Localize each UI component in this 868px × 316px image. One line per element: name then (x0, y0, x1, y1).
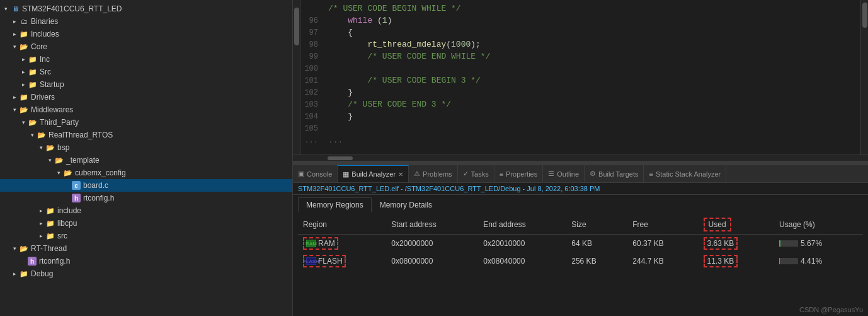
memory-tab-details[interactable]: Memory Details (372, 197, 440, 213)
flash-used: 11.3 KB (699, 252, 774, 270)
tree-item-startup[interactable]: 📁 Startup (0, 78, 292, 91)
cubemx-label: cubemx_config (75, 168, 126, 177)
code-line-100: 100 (300, 62, 860, 74)
tree-item-libcpu[interactable]: 📁 libcpu (0, 217, 292, 230)
debug-folder-icon: 📁 (19, 269, 29, 279)
memory-table: Region Start address End address Size Fr… (298, 215, 863, 270)
tree-item-rtconfig-h2[interactable]: h rtconfig.h (0, 255, 292, 267)
core-folder-icon: 📂 (19, 42, 29, 52)
ram-size: 64 KB (566, 235, 627, 253)
tree-item-src2[interactable]: 📁 src (0, 230, 292, 242)
flash-usage-bar (779, 258, 798, 264)
tree-item-rtconfig-h1[interactable]: h rtconfig.h (0, 192, 292, 204)
tree-item-src[interactable]: 📁 Src (0, 66, 292, 78)
tab-static-stack[interactable]: ≡ Static Stack Analyzer (644, 165, 726, 183)
chevron-template (45, 156, 54, 165)
src-folder-icon: 📁 (28, 67, 38, 77)
ram-icon: RAM (306, 240, 316, 247)
flash-region-box: FLASH FLASH (303, 255, 346, 267)
tree-item-core[interactable]: 📂 Core (0, 40, 292, 53)
memory-tab-regions[interactable]: Memory Regions (298, 197, 372, 213)
realthread-label: RealThread_RTOS (49, 131, 113, 139)
file-tree: 🖥 STM32F401CCU6_RTT_LED 🗂 Binaries 📁 Inc… (0, 0, 293, 316)
ram-start: 0x20000000 (386, 235, 478, 253)
code-editor: 96 /* USER CODE BEGIN WHILE */ 96 while … (293, 0, 868, 161)
libcpu-folder-icon: 📁 (45, 218, 55, 228)
chevron-board-c (63, 181, 72, 190)
third-party-folder-icon: 📂 (28, 117, 38, 127)
chevron-includes (10, 30, 19, 38)
inc-folder-icon: 📁 (28, 54, 38, 64)
ram-region-cell: RAM RAM (298, 235, 386, 253)
tree-item-includes[interactable]: 📁 Includes (0, 28, 292, 40)
vertical-scrollbar[interactable] (860, 0, 868, 155)
src2-label: src (57, 231, 67, 240)
left-scrollbar[interactable] (293, 0, 300, 155)
tab-properties[interactable]: ≡ Properties (494, 165, 544, 183)
code-line-101: 101 /* USER CODE BEGIN 3 */ (300, 74, 860, 86)
chevron-src (19, 67, 28, 76)
code-line-truncated: ... ... (300, 134, 860, 146)
template-label: _template (66, 156, 100, 165)
chevron-core (10, 42, 19, 51)
properties-label: Properties (506, 170, 537, 178)
code-content: 96 /* USER CODE BEGIN WHILE */ 96 while … (300, 0, 860, 155)
build-targets-label: Build Targets (598, 170, 638, 178)
tree-item-drivers[interactable]: 📁 Drivers (0, 91, 292, 103)
memory-tabs: Memory Regions Memory Details (293, 195, 868, 213)
flash-start: 0x08000000 (386, 252, 478, 270)
code-line-104: 104 } (300, 110, 860, 122)
flash-size: 256 KB (566, 252, 627, 270)
code-line-96: 96 while (1) (300, 15, 860, 26)
code-line-96-comment: 96 /* USER CODE BEGIN WHILE */ (300, 3, 860, 15)
console-icon: ▣ (298, 170, 304, 178)
chevron-rt-thread (10, 244, 19, 253)
ram-usage-pct: 5.67% (801, 239, 822, 248)
memory-table-container: Region Start address End address Size Fr… (293, 213, 868, 316)
rt-thread-folder-icon: 📂 (19, 243, 29, 254)
tab-outline[interactable]: ☰ Outline (543, 165, 585, 183)
path-bar: STM32F401CCU6_RTT_LED.elf - /STM32F401CC… (293, 183, 868, 195)
rtconfig-h2-label: rtconfig.h (39, 257, 70, 266)
horizontal-scrollbar-thumb[interactable] (328, 156, 353, 160)
tree-item-template[interactable]: 📂 _template (0, 154, 292, 167)
tab-problems[interactable]: ⚠ Problems (409, 165, 457, 183)
tree-item-third-party[interactable]: 📂 Third_Party (0, 116, 292, 129)
ram-label: RAM (318, 239, 335, 248)
project-icon: 🖥 (10, 4, 20, 14)
table-header-row: Region Start address End address Size Fr… (298, 215, 863, 235)
tree-item-debug[interactable]: 📁 Debug (0, 267, 292, 280)
chevron-bsp (37, 143, 45, 152)
bottom-panel: ▣ Console ▦ Build Analyzer ✕ ⚠ Problems … (293, 165, 868, 316)
tab-bar: ▣ Console ▦ Build Analyzer ✕ ⚠ Problems … (293, 165, 868, 183)
tree-item-cubemx[interactable]: 📂 cubemx_config (0, 167, 292, 179)
flash-end: 0x08040000 (478, 252, 566, 270)
tab-build-targets[interactable]: ⚙ Build Targets (585, 165, 644, 183)
col-size: Size (566, 215, 627, 235)
used-header-box: Used (704, 218, 731, 231)
code-line-105: 105 (300, 122, 860, 134)
chevron-project (1, 4, 10, 13)
tree-item-realthread[interactable]: 📂 RealThread_RTOS (0, 129, 292, 141)
project-label: STM32F401CCU6_RTT_LED (22, 4, 122, 13)
tree-item-rt-thread[interactable]: 📂 RT-Thread (0, 242, 292, 255)
tree-item-include[interactable]: 📁 include (0, 204, 292, 217)
build-analyzer-close[interactable]: ✕ (398, 171, 403, 178)
tab-tasks[interactable]: ✓ Tasks (458, 165, 494, 183)
tree-item-binaries[interactable]: 🗂 Binaries (0, 15, 292, 28)
static-stack-label: Static Stack Analyzer (656, 170, 721, 178)
src-label: Src (40, 67, 51, 76)
bsp-label: bsp (57, 143, 69, 152)
flash-used-box: 11.3 KB (704, 255, 738, 267)
tab-build-analyzer[interactable]: ▦ Build Analyzer ✕ (338, 165, 409, 183)
tree-item-board-c[interactable]: c board.c (0, 179, 292, 192)
tree-item-middlewares[interactable]: 📂 Middlewares (0, 103, 292, 116)
tree-item-project[interactable]: 🖥 STM32F401CCU6_RTT_LED (0, 3, 292, 15)
flash-usage: 4.41% (774, 252, 863, 270)
cubemx-folder-icon: 📂 (63, 168, 73, 178)
tab-console[interactable]: ▣ Console (293, 165, 338, 183)
tree-item-inc[interactable]: 📁 Inc (0, 53, 292, 66)
col-start: Start address (386, 215, 478, 235)
tree-item-bsp[interactable]: 📂 bsp (0, 141, 292, 154)
col-end: End address (478, 215, 566, 235)
